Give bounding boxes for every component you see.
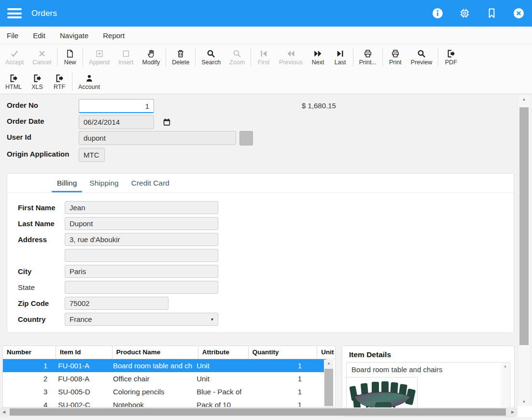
order-date-input[interactable]: 06/24/2014 [79,115,154,129]
append-button[interactable]: Append [84,47,114,67]
table-row[interactable]: 2FU-008-AOffice chairUnit1 [3,372,326,385]
last-name-input[interactable]: Dupont [65,217,218,230]
toolbar-button-label: Accept [5,59,24,66]
order-total: $ 1,680.15 [302,101,336,110]
scroll-up-icon[interactable]: ▲ [518,95,530,104]
tab-billing[interactable]: Billing [51,174,83,192]
preview-button[interactable]: Preview [406,47,436,67]
first-name-input[interactable]: Jean [65,201,218,214]
blank-input[interactable] [65,249,218,262]
menu-edit[interactable]: Edit [33,31,52,40]
xls-button[interactable]: XLS [26,72,48,91]
print-button[interactable]: Print... [355,47,381,67]
country-label: Country [18,313,65,326]
toolbar-button-label: Modify [142,59,160,66]
input-value: 75002 [70,299,90,307]
calendar-icon[interactable] [163,118,172,128]
city-input[interactable]: Paris [65,265,218,278]
toolbar-button-label: Next [312,59,324,66]
input-value: France [70,315,92,323]
printer-icon [364,48,372,58]
column-header-number[interactable]: Number [3,346,56,359]
table-scrollbar-thumb[interactable] [324,369,333,406]
zip-code-input[interactable]: 75002 [65,297,168,310]
toolbar-button-label: HTML [5,84,22,90]
zip-code-label: Zip Code [18,297,65,310]
next-icon [314,48,322,58]
bookmark-icon[interactable] [486,8,497,19]
accept-button[interactable]: Accept [1,47,28,67]
cell-quantity: 1 [241,372,308,385]
city-label: City [18,265,65,278]
user-id-browse-button[interactable] [239,131,253,145]
rtf-button[interactable]: RTF [48,72,70,91]
billing-row-first-name: First NameJean [18,201,514,214]
html-button[interactable]: HTML [1,72,26,91]
page-horizontal-scrollbar[interactable]: ◀ ▶ [0,407,518,417]
new-button[interactable]: New [59,47,81,67]
table-header-row: NumberItem IdProduct NameAttributeQuanti… [3,346,335,359]
previous-icon [286,48,295,58]
scroll-up-icon[interactable]: ▲ [324,360,334,367]
tab-shipping[interactable]: Shipping [83,174,125,192]
table-row[interactable]: 3SU-005-DColoring pencilsBlue - Pack of1 [3,385,326,398]
square-icon [122,48,130,58]
cancel-button[interactable]: Cancel [28,47,56,67]
account-button[interactable]: Account [74,72,104,91]
hamburger-menu-icon[interactable] [7,8,22,18]
cell-item-id: FU-001-A [54,359,109,372]
country-select[interactable]: France▾ [65,313,218,326]
scrollbar-corner [518,406,532,417]
page-vertical-scrollbar[interactable]: ▲ ▼ [518,95,530,408]
previous-button[interactable]: Previous [275,47,307,67]
state-input[interactable] [65,281,218,294]
cell-quantity: 1 [241,359,308,372]
column-header-product-name[interactable]: Product Name [112,346,198,359]
billing-row-country: CountryFrance▾ [18,313,514,326]
address-input[interactable]: 3, rue d'Aboukir [65,233,218,246]
blank-label [18,249,65,262]
menu-navigate[interactable]: Navigate [60,31,95,40]
origin-application-input[interactable]: MTC [79,148,105,162]
insert-button[interactable]: Insert [114,47,138,67]
column-header-item-id[interactable]: Item Id [56,346,112,359]
column-header-quantity[interactable]: Quantity [248,346,317,359]
scroll-down-icon[interactable]: ▼ [518,397,530,407]
close-circle-icon[interactable] [513,8,524,19]
scroll-up-icon[interactable]: ▲ [501,363,509,370]
menu-file[interactable]: File [7,31,25,40]
tab-credit-card[interactable]: Credit Card [125,174,176,192]
menu-report[interactable]: Report [103,31,131,40]
scroll-right-icon[interactable]: ▶ [509,407,517,417]
info-circle-icon[interactable] [432,8,443,19]
item-description: Board room table and chairs [347,362,510,376]
first-button[interactable]: First [252,47,275,67]
table-row[interactable]: 4SU-002-CNotebookPack of 101 [3,398,326,407]
item-details-panel: Item Details Board room table and chairs [342,346,515,417]
last-button[interactable]: Last [329,47,351,67]
print-button[interactable]: Print [384,47,406,67]
next-button[interactable]: Next [307,47,329,67]
toolbar-button-label: New [64,59,76,66]
page-vscrollbar-thumb[interactable] [519,107,529,345]
cell-item-id: SU-002-C [54,398,109,407]
delete-button[interactable]: Delete [168,47,194,67]
user-id-input[interactable]: dupont [79,131,236,145]
order-items-table: NumberItem IdProduct NameAttributeQuanti… [2,346,336,407]
column-header-attribute[interactable]: Attribute [198,346,248,359]
search-button[interactable]: Search [197,47,225,67]
column-header-unit-pr[interactable]: Unit Pr [317,346,335,359]
modify-button[interactable]: Modify [138,47,165,67]
scroll-left-icon[interactable]: ◀ [0,407,8,417]
toolbar-button-label: Preview [411,59,432,66]
debug-chip-icon[interactable] [459,8,470,19]
table-row[interactable]: 1FU-001-ABoard room table and chairsUnit… [3,359,326,372]
page-hscrollbar-thumb[interactable] [10,408,506,416]
cell-product-name: Notebook [109,398,193,407]
toolbar-button-label: Account [78,84,100,90]
page-icon [66,48,74,58]
order-no-input[interactable]: 1 [79,99,154,113]
table-vertical-scrollbar[interactable]: ▲ [324,360,334,407]
pdf-button[interactable]: PDF [440,47,462,67]
zoom-button[interactable]: Zoom [225,47,249,67]
